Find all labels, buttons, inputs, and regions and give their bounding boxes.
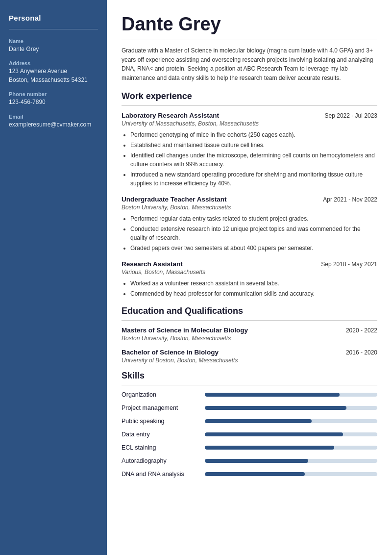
skill-name: Public speaking [122, 418, 205, 425]
sidebar-email-label: Email [9, 114, 98, 120]
skill-bar-fill [205, 472, 305, 476]
list-item: Performed genotyping of mice in five coh… [130, 130, 377, 139]
sidebar-address-label: Address [9, 60, 98, 66]
sidebar-email-field: Email exampleresume@cvmaker.com [9, 114, 98, 129]
sidebar-phone-field: Phone number 123-456-7890 [9, 91, 98, 106]
edu-1-header: Masters of Science in Molecular Biology … [122, 327, 377, 334]
skills-divider [122, 385, 377, 385]
list-item: Identified cell changes under the micros… [130, 151, 377, 169]
job-3-dates: Sep 2018 - May 2021 [321, 261, 377, 268]
list-item: Worked as a volunteer research assistant… [130, 279, 377, 288]
skills-heading: Skills [122, 371, 377, 381]
sidebar-name-value: Dante Grey [9, 45, 98, 53]
job-3-org: Various, Boston, Massachusetts [122, 269, 377, 276]
skill-bar-fill [205, 406, 346, 410]
job-3-title: Research Assistant [122, 260, 183, 268]
sidebar-address-value: 123 Anywhere Avenue Boston, Massachusett… [9, 67, 98, 84]
skill-name: Data entry [122, 431, 205, 438]
skill-bar-bg [205, 432, 377, 436]
sidebar-name-field: Name Dante Grey [9, 38, 98, 53]
skill-bar-fill [205, 459, 308, 463]
edu-2-org: University of Boston, Boston, Massachuse… [122, 357, 377, 364]
list-item: Conducted extensive research into 12 uni… [130, 225, 377, 242]
sidebar-name-label: Name [9, 38, 98, 44]
skill-bar-fill [205, 393, 340, 397]
job-2-header: Undergraduate Teacher Assistant Apr 2021… [122, 196, 377, 203]
skill-bar-bg [205, 446, 377, 450]
skill-row: DNA and RNA analysis [122, 471, 377, 478]
job-1: Laboratory Research Assistant Sep 2022 -… [122, 112, 377, 188]
education-section: Education and Qualifications Masters of … [122, 306, 377, 364]
sidebar-divider [9, 29, 98, 29]
sidebar-phone-value: 123-456-7890 [9, 98, 98, 106]
skill-row: Organization [122, 391, 377, 398]
sidebar-section-title: Personal [9, 14, 98, 22]
skill-row: Autoradiography [122, 457, 377, 464]
sidebar-phone-label: Phone number [9, 91, 98, 97]
sidebar-address-field: Address 123 Anywhere Avenue Boston, Mass… [9, 60, 98, 84]
job-2: Undergraduate Teacher Assistant Apr 2021… [122, 196, 377, 252]
resume-name: Dante Grey [122, 14, 377, 35]
job-3: Research Assistant Sep 2018 - May 2021 V… [122, 260, 377, 298]
edu-1-dates: 2020 - 2022 [346, 327, 377, 334]
work-experience-heading: Work experience [122, 91, 377, 101]
sidebar-email-value: exampleresume@cvmaker.com [9, 121, 98, 129]
list-item: Commended by head professor for communic… [130, 289, 377, 298]
skill-row: ECL staining [122, 444, 377, 451]
skill-bar-bg [205, 419, 377, 423]
list-item: Established and maintained tissue cultur… [130, 141, 377, 150]
edu-divider [122, 320, 377, 321]
skills-container: OrganizationProject managementPublic spe… [122, 391, 377, 478]
list-item: Graded papers over two semesters at abou… [130, 244, 377, 252]
job-1-org: University of Massachusetts, Boston, Mas… [122, 120, 377, 127]
job-3-bullets: Worked as a volunteer research assistant… [130, 279, 377, 298]
name-divider [122, 40, 377, 40]
work-divider [122, 105, 377, 106]
skill-row: Project management [122, 404, 377, 411]
job-1-dates: Sep 2022 - Jul 2023 [325, 112, 377, 119]
skill-bar-fill [205, 446, 334, 450]
skill-name: Autoradiography [122, 457, 205, 464]
skill-bar-fill [205, 419, 312, 423]
job-2-org: Boston University, Boston, Massachusetts [122, 204, 377, 211]
skill-name: DNA and RNA analysis [122, 471, 205, 478]
edu-2-dates: 2016 - 2020 [346, 349, 377, 356]
edu-1-degree: Masters of Science in Molecular Biology [122, 327, 248, 334]
job-1-bullets: Performed genotyping of mice in five coh… [130, 130, 377, 188]
list-item: Introduced a new standard operating proc… [130, 170, 377, 188]
edu-2-degree: Bachelor of Science in Biology [122, 349, 219, 356]
skill-name: ECL staining [122, 444, 205, 451]
job-3-header: Research Assistant Sep 2018 - May 2021 [122, 260, 377, 268]
job-1-header: Laboratory Research Assistant Sep 2022 -… [122, 112, 377, 119]
skill-name: Project management [122, 404, 205, 411]
main-content: Dante Grey Graduate with a Master of Sci… [107, 0, 392, 555]
edu-2: Bachelor of Science in Biology 2016 - 20… [122, 349, 377, 364]
job-1-title: Laboratory Research Assistant [122, 112, 219, 119]
work-experience-section: Work experience Laboratory Research Assi… [122, 91, 377, 298]
education-heading: Education and Qualifications [122, 306, 377, 316]
job-2-dates: Apr 2021 - Nov 2022 [323, 196, 377, 203]
skill-name: Organization [122, 391, 205, 398]
skill-bar-bg [205, 472, 377, 476]
skill-bar-bg [205, 459, 377, 463]
edu-1: Masters of Science in Molecular Biology … [122, 327, 377, 342]
summary-text: Graduate with a Master of Science in mol… [122, 46, 377, 82]
edu-1-org: Boston University, Boston, Massachusetts [122, 335, 377, 342]
skill-bar-bg [205, 393, 377, 397]
skills-section: Skills OrganizationProject managementPub… [122, 371, 377, 478]
skill-bar-bg [205, 406, 377, 410]
job-2-title: Undergraduate Teacher Assistant [122, 196, 227, 203]
skill-row: Data entry [122, 431, 377, 438]
skill-bar-fill [205, 432, 343, 436]
job-2-bullets: Performed regular data entry tasks relat… [130, 214, 377, 252]
skill-row: Public speaking [122, 418, 377, 425]
edu-2-header: Bachelor of Science in Biology 2016 - 20… [122, 349, 377, 356]
sidebar: Personal Name Dante Grey Address 123 Any… [0, 0, 107, 555]
list-item: Performed regular data entry tasks relat… [130, 214, 377, 223]
